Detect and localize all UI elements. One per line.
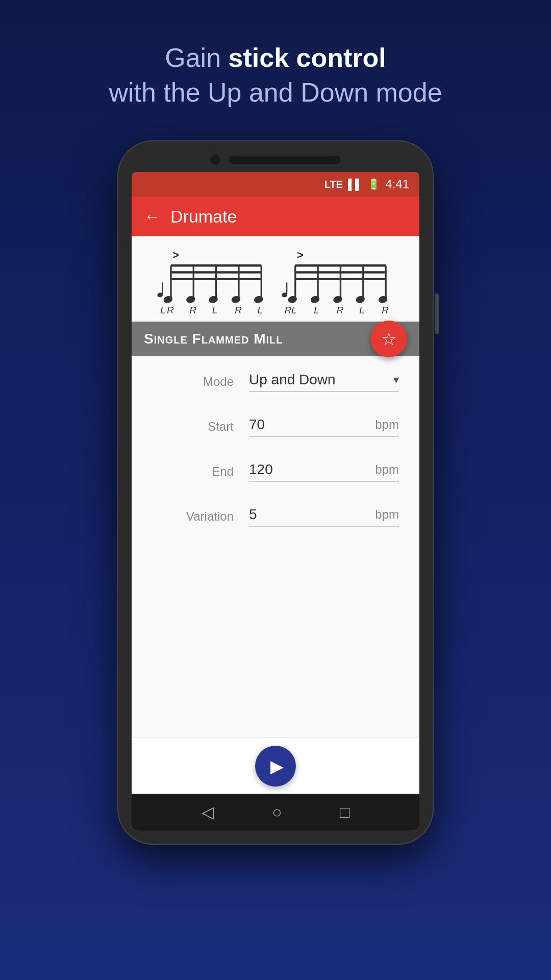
- star-icon: ☆: [381, 329, 396, 349]
- end-unit: bpm: [375, 462, 399, 477]
- volume-button: [435, 293, 439, 334]
- lte-indicator: LTE: [324, 179, 343, 190]
- screen: LTE ▌▌ 🔋 4:41 ← Drumate > >: [132, 172, 419, 830]
- mode-label: Mode: [152, 375, 234, 389]
- svg-text:L: L: [258, 305, 263, 316]
- svg-text:>: >: [172, 249, 179, 261]
- svg-text:R: R: [382, 305, 389, 316]
- favorite-button[interactable]: ☆: [370, 321, 407, 357]
- start-unit: bpm: [375, 418, 399, 432]
- end-row: End 120 bpm: [152, 461, 399, 482]
- clock: 4:41: [385, 177, 409, 191]
- variation-label: Variation: [152, 509, 234, 524]
- app-bar: ← Drumate: [132, 197, 419, 236]
- mode-dropdown[interactable]: Up and Down ▾: [249, 372, 399, 392]
- phone-top-bar: [132, 155, 419, 165]
- chevron-down-icon: ▾: [393, 373, 399, 386]
- battery-icon: 🔋: [367, 178, 380, 190]
- nav-home-icon[interactable]: ○: [272, 803, 282, 822]
- variation-value[interactable]: 5: [249, 506, 375, 523]
- settings-area: Mode Up and Down ▾ Start 70 bpm End 120: [132, 356, 419, 738]
- headline: Gain stick control with the Up and Down …: [109, 41, 442, 110]
- svg-text:R: R: [337, 305, 344, 316]
- variation-input-wrapper: 5 bpm: [249, 506, 399, 527]
- variation-unit: bpm: [375, 507, 399, 522]
- svg-text:R: R: [235, 305, 242, 316]
- svg-text:L: L: [359, 305, 364, 316]
- nav-recent-icon[interactable]: □: [340, 803, 349, 822]
- headline-line2: with the Up and Down mode: [109, 78, 442, 107]
- start-label: Start: [152, 420, 234, 434]
- svg-text:R: R: [190, 305, 197, 316]
- back-button[interactable]: ←: [144, 207, 160, 226]
- svg-text:L: L: [212, 305, 217, 316]
- signal-icon: ▌▌: [348, 179, 362, 190]
- svg-text:L: L: [160, 305, 165, 316]
- notation-area: > >: [132, 236, 419, 322]
- rudiment-title: Single Flammed Mill: [144, 331, 283, 347]
- svg-text:R: R: [167, 305, 174, 316]
- headline-line1: Gain stick control: [165, 43, 386, 72]
- start-row: Start 70 bpm: [152, 416, 399, 437]
- play-bar: ▶: [132, 738, 419, 794]
- app-title: Drumate: [170, 207, 237, 227]
- mode-row: Mode Up and Down ▾: [152, 372, 399, 392]
- start-value[interactable]: 70: [249, 416, 375, 433]
- end-value[interactable]: 120: [249, 461, 375, 478]
- end-input-wrapper: 120 bpm: [249, 461, 399, 482]
- play-button[interactable]: ▶: [255, 746, 296, 787]
- mode-value: Up and Down: [249, 372, 389, 388]
- android-nav-bar: ◁ ○ □: [132, 794, 419, 830]
- status-bar: LTE ▌▌ 🔋 4:41: [132, 172, 419, 197]
- svg-text:R: R: [285, 305, 292, 316]
- svg-text:L: L: [314, 305, 319, 316]
- speaker-grille: [229, 156, 341, 164]
- title-bar: Single Flammed Mill ☆: [132, 322, 419, 356]
- nav-back-icon[interactable]: ◁: [202, 802, 214, 822]
- camera-dot: [210, 155, 220, 165]
- start-input-wrapper: 70 bpm: [249, 416, 399, 437]
- svg-text:>: >: [297, 249, 304, 261]
- music-notation: > >: [140, 249, 411, 316]
- end-label: End: [152, 464, 234, 479]
- phone-device: LTE ▌▌ 🔋 4:41 ← Drumate > >: [117, 140, 434, 845]
- svg-text:L: L: [291, 305, 296, 316]
- play-icon: ▶: [270, 756, 284, 776]
- variation-row: Variation 5 bpm: [152, 506, 399, 527]
